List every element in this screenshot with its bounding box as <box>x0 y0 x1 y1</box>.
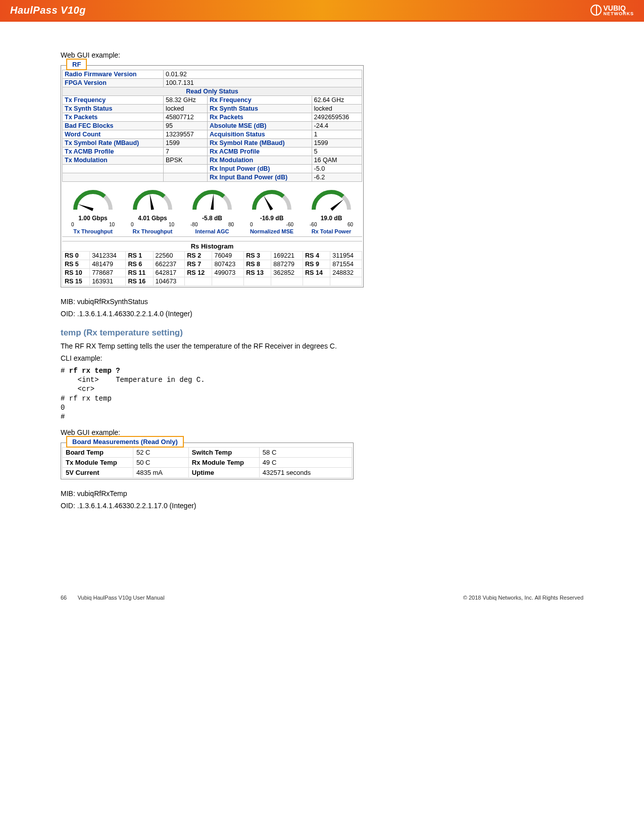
rs-label <box>244 277 271 286</box>
web-gui-label-2: Web GUI example: <box>61 428 583 436</box>
rf-fpga-row: FPGA Version 100.7.131 <box>63 79 362 87</box>
rf-firmware-value: 0.01.92 <box>164 70 362 79</box>
section-temp-desc: The RF RX Temp setting tells the user th… <box>61 342 583 350</box>
rf-status-row: Rx Input Power (dB)-5.0 <box>63 165 362 173</box>
rs-value: 22560 <box>153 252 185 260</box>
rs-label: RS 15 <box>63 277 90 286</box>
rs-value: 104673 <box>153 277 185 286</box>
copyright: © 2018 Vubiq Networks, Inc. All Rights R… <box>463 595 583 601</box>
rf-status-label: Rx Modulation <box>208 156 312 165</box>
rs-label: RS 11 <box>126 269 153 277</box>
rf-status-value <box>164 173 208 182</box>
rs-histogram-title: Rs Histogram <box>62 241 362 251</box>
rs-label: RS 16 <box>126 277 153 286</box>
bm-label: 5V Current <box>63 468 133 478</box>
rf-status-label: Word Count <box>63 130 164 139</box>
rf-status-row: Tx ACMB Profile7Rx ACMB Profile5 <box>63 148 362 156</box>
gauge-range: -8080 <box>190 222 234 227</box>
rf-status-value: 45807712 <box>164 113 208 122</box>
rs-value: 169221 <box>271 252 303 260</box>
gauge-arc-icon <box>70 187 116 215</box>
gauge: -16.9 dB0-60Normalized MSE <box>249 187 294 234</box>
rs-value: 362852 <box>271 269 303 277</box>
gauge-label: Internal AGC <box>189 228 235 234</box>
rf-info-table: Radio Firmware Version 0.01.92 FPGA Vers… <box>62 70 362 182</box>
board-measurements-table: Board Temp52 CSwitch Temp58 CTx Module T… <box>62 447 352 478</box>
rf-status-label: Tx Symbol Rate (MBaud) <box>63 139 164 148</box>
rf-status-value: 1599 <box>312 139 362 148</box>
rf-status-value: 2492659536 <box>312 113 362 122</box>
rf-status-value: -5.0 <box>312 165 362 173</box>
cli-label: CLI example: <box>61 354 583 362</box>
svg-marker-1 <box>148 193 154 210</box>
rf-status-row: Tx ModulationBPSKRx Modulation16 QAM <box>63 156 362 165</box>
rs-row: RS 5481479RS 6662237RS 7807423RS 8887279… <box>63 260 362 269</box>
svg-marker-0 <box>77 203 93 211</box>
rf-status-label: Tx Frequency <box>63 96 164 105</box>
rf-status-value: 13239557 <box>164 130 208 139</box>
rf-status-label: Rx Synth Status <box>208 105 312 113</box>
rf-status-value: 62.64 GHz <box>312 96 362 105</box>
rf-status-value <box>164 165 208 173</box>
rf-status-label: Tx Modulation <box>63 156 164 165</box>
rf-status-label: Bad FEC Blocks <box>63 122 164 130</box>
gauge-row: 1.00 Gbps010Tx Throughput4.01 Gbps010Rx … <box>62 182 362 237</box>
globe-icon <box>590 5 602 16</box>
board-measurements-panel: Board Measurements (Read Only) Board Tem… <box>61 443 354 479</box>
rs-label: RS 1 <box>126 252 153 260</box>
section-temp-heading: temp (Rx temperature setting) <box>61 328 583 338</box>
rs-label: RS 6 <box>126 260 153 269</box>
rf-status-value: 1599 <box>164 139 208 148</box>
rf-status-label: Rx Symbol Rate (MBaud) <box>208 139 312 148</box>
rf-status-row: Word Count13239557Acquisition Status1 <box>63 130 362 139</box>
rs-value: 3412334 <box>90 252 126 260</box>
gauge-label: Rx Throughput <box>130 228 175 234</box>
rs-histogram-table: RS 03412334RS 122560RS 276049RS 3169221R… <box>62 251 362 286</box>
gauge-arc-icon <box>130 187 175 215</box>
bm-value: 49 C <box>259 458 352 468</box>
rs-value: 76049 <box>212 252 244 260</box>
rs-label: RS 9 <box>303 260 330 269</box>
rs-value: 807423 <box>212 260 244 269</box>
rf-status-label <box>63 173 164 182</box>
rs-label: RS 13 <box>244 269 271 277</box>
rf-status-value: BPSK <box>164 156 208 165</box>
gauge-arc-icon <box>189 187 235 215</box>
vendor-logo: VUBIQ NETWORKS <box>590 5 634 16</box>
rs-label: RS 4 <box>303 252 330 260</box>
bm-row: Tx Module Temp50 CRx Module Temp49 C <box>63 458 352 468</box>
gauge-range: -6060 <box>310 222 353 227</box>
rs-label: RS 12 <box>185 269 212 277</box>
manual-title: Vubiq HaulPass V10g User Manual <box>78 595 165 601</box>
rf-status-row: Tx Packets45807712Rx Packets2492659536 <box>63 113 362 122</box>
rs-label: RS 14 <box>303 269 330 277</box>
gauge: 19.0 dB-6060Rx Total Power <box>309 187 354 234</box>
rs-label: RS 10 <box>63 269 90 277</box>
rf-status-value: locked <box>312 105 362 113</box>
header-bar: HaulPass V10g VUBIQ NETWORKS <box>0 0 644 20</box>
svg-marker-3 <box>262 195 273 211</box>
gauge-range: 0-60 <box>250 222 293 227</box>
bm-value: 52 C <box>133 448 189 458</box>
gauge-range: 010 <box>131 222 174 227</box>
rs-value: 311954 <box>330 252 362 260</box>
rs-value: 642817 <box>153 269 185 277</box>
gauge-label: Rx Total Power <box>309 228 354 234</box>
gauge-value: 1.00 Gbps <box>70 215 116 222</box>
rf-status-label: Rx Frequency <box>208 96 312 105</box>
gauge-value: -16.9 dB <box>249 215 294 222</box>
gauge: -5.8 dB-8080Internal AGC <box>189 187 235 234</box>
rs-value: 248832 <box>330 269 362 277</box>
bm-value: 432571 seconds <box>259 468 352 478</box>
gauge-value: 19.0 dB <box>309 215 354 222</box>
rf-status-label: Tx Packets <box>63 113 164 122</box>
bm-label: Rx Module Temp <box>188 458 259 468</box>
rf-status-label: Rx Packets <box>208 113 312 122</box>
rs-label <box>303 277 330 286</box>
rf-status-row: Tx Synth StatuslockedRx Synth Statuslock… <box>63 105 362 113</box>
rf-status-row: Tx Symbol Rate (MBaud)1599Rx Symbol Rate… <box>63 139 362 148</box>
gauge-value: 4.01 Gbps <box>130 215 175 222</box>
rs-value: 163931 <box>90 277 126 286</box>
rs-value: 662237 <box>153 260 185 269</box>
rs-value <box>330 277 362 286</box>
